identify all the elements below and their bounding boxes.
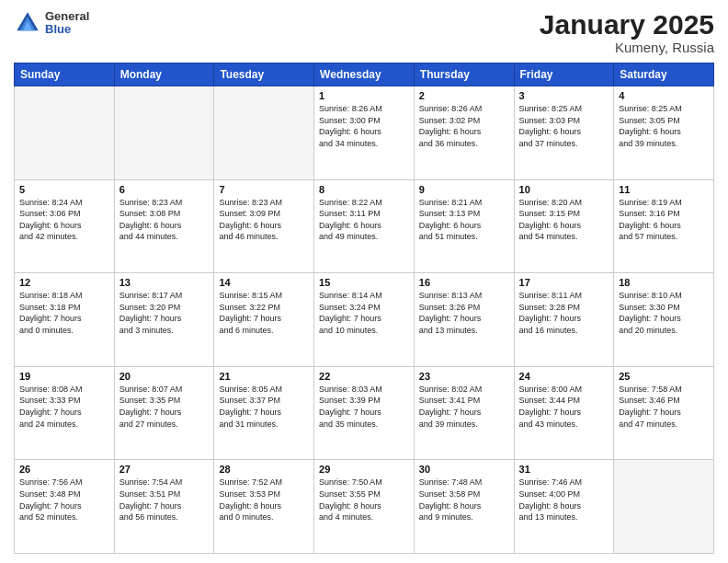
day-info: Sunrise: 8:02 AMSunset: 3:41 PMDaylight:… bbox=[419, 384, 509, 430]
calendar-cell: 18Sunrise: 8:10 AMSunset: 3:30 PMDayligh… bbox=[614, 273, 714, 367]
calendar-header-row: SundayMondayTuesdayWednesdayThursdayFrid… bbox=[15, 63, 714, 86]
day-info: Sunrise: 7:52 AMSunset: 3:53 PMDaylight:… bbox=[219, 477, 309, 523]
day-number: 12 bbox=[19, 277, 109, 288]
day-info: Sunrise: 8:14 AMSunset: 3:24 PMDaylight:… bbox=[319, 290, 409, 336]
logo-text: General Blue bbox=[45, 10, 89, 37]
calendar-cell: 30Sunrise: 7:48 AMSunset: 3:58 PMDayligh… bbox=[414, 460, 514, 554]
calendar-cell: 28Sunrise: 7:52 AMSunset: 3:53 PMDayligh… bbox=[214, 460, 314, 554]
day-number: 26 bbox=[19, 464, 109, 475]
day-number: 10 bbox=[519, 184, 609, 195]
calendar-cell: 16Sunrise: 8:13 AMSunset: 3:26 PMDayligh… bbox=[414, 273, 514, 367]
calendar-cell: 8Sunrise: 8:22 AMSunset: 3:11 PMDaylight… bbox=[314, 179, 415, 273]
day-number: 8 bbox=[319, 184, 409, 195]
day-number: 6 bbox=[119, 184, 210, 195]
header: General Blue January 2025 Kumeny, Russia bbox=[14, 9, 714, 55]
day-number: 28 bbox=[219, 464, 309, 475]
calendar-cell: 1Sunrise: 8:26 AMSunset: 3:00 PMDaylight… bbox=[314, 86, 415, 180]
day-number: 14 bbox=[219, 277, 309, 288]
col-header-thursday: Thursday bbox=[414, 63, 514, 86]
col-header-wednesday: Wednesday bbox=[314, 63, 415, 86]
day-info: Sunrise: 8:11 AMSunset: 3:28 PMDaylight:… bbox=[519, 290, 609, 336]
calendar-cell: 10Sunrise: 8:20 AMSunset: 3:15 PMDayligh… bbox=[514, 179, 614, 273]
day-number: 1 bbox=[319, 90, 409, 101]
calendar-cell: 17Sunrise: 8:11 AMSunset: 3:28 PMDayligh… bbox=[514, 273, 614, 367]
page: General Blue January 2025 Kumeny, Russia… bbox=[0, 0, 728, 563]
day-number: 16 bbox=[419, 277, 509, 288]
day-info: Sunrise: 8:05 AMSunset: 3:37 PMDaylight:… bbox=[219, 384, 309, 430]
day-number: 29 bbox=[319, 464, 409, 475]
calendar-cell: 4Sunrise: 8:25 AMSunset: 3:05 PMDaylight… bbox=[614, 86, 714, 180]
day-info: Sunrise: 8:24 AMSunset: 3:06 PMDaylight:… bbox=[19, 197, 109, 243]
day-info: Sunrise: 8:08 AMSunset: 3:33 PMDaylight:… bbox=[19, 384, 109, 430]
calendar-cell: 31Sunrise: 7:46 AMSunset: 4:00 PMDayligh… bbox=[514, 460, 614, 554]
calendar-cell: 20Sunrise: 8:07 AMSunset: 3:35 PMDayligh… bbox=[114, 366, 214, 460]
calendar-week-1: 5Sunrise: 8:24 AMSunset: 3:06 PMDaylight… bbox=[15, 179, 714, 273]
day-info: Sunrise: 8:10 AMSunset: 3:30 PMDaylight:… bbox=[619, 290, 709, 336]
calendar-cell: 12Sunrise: 8:18 AMSunset: 3:18 PMDayligh… bbox=[15, 273, 115, 367]
calendar-cell: 13Sunrise: 8:17 AMSunset: 3:20 PMDayligh… bbox=[114, 273, 214, 367]
calendar-week-3: 19Sunrise: 8:08 AMSunset: 3:33 PMDayligh… bbox=[15, 366, 714, 460]
calendar-cell: 26Sunrise: 7:56 AMSunset: 3:48 PMDayligh… bbox=[15, 460, 115, 554]
day-info: Sunrise: 7:48 AMSunset: 3:58 PMDaylight:… bbox=[419, 477, 509, 523]
day-number: 27 bbox=[119, 464, 210, 475]
calendar-cell: 14Sunrise: 8:15 AMSunset: 3:22 PMDayligh… bbox=[214, 273, 314, 367]
day-number: 24 bbox=[519, 371, 609, 382]
calendar-cell: 7Sunrise: 8:23 AMSunset: 3:09 PMDaylight… bbox=[214, 179, 314, 273]
day-number: 4 bbox=[619, 90, 709, 101]
calendar-cell: 15Sunrise: 8:14 AMSunset: 3:24 PMDayligh… bbox=[314, 273, 415, 367]
day-number: 25 bbox=[619, 371, 709, 382]
calendar-cell: 29Sunrise: 7:50 AMSunset: 3:55 PMDayligh… bbox=[314, 460, 415, 554]
day-info: Sunrise: 8:19 AMSunset: 3:16 PMDaylight:… bbox=[619, 197, 709, 243]
day-info: Sunrise: 8:07 AMSunset: 3:35 PMDaylight:… bbox=[119, 384, 210, 430]
calendar-cell: 3Sunrise: 8:25 AMSunset: 3:03 PMDaylight… bbox=[514, 86, 614, 180]
col-header-monday: Monday bbox=[114, 63, 214, 86]
col-header-friday: Friday bbox=[514, 63, 614, 86]
day-number: 3 bbox=[519, 90, 609, 101]
calendar-cell: 24Sunrise: 8:00 AMSunset: 3:44 PMDayligh… bbox=[514, 366, 614, 460]
calendar-subtitle: Kumeny, Russia bbox=[540, 40, 714, 55]
day-info: Sunrise: 8:15 AMSunset: 3:22 PMDaylight:… bbox=[219, 290, 309, 336]
calendar-title: January 2025 bbox=[540, 9, 714, 40]
logo-general: General bbox=[45, 10, 89, 23]
col-header-saturday: Saturday bbox=[614, 63, 714, 86]
calendar-week-0: 1Sunrise: 8:26 AMSunset: 3:00 PMDaylight… bbox=[15, 86, 714, 180]
day-number: 23 bbox=[419, 371, 509, 382]
day-info: Sunrise: 8:23 AMSunset: 3:08 PMDaylight:… bbox=[119, 197, 210, 243]
day-info: Sunrise: 8:20 AMSunset: 3:15 PMDaylight:… bbox=[519, 197, 609, 243]
calendar-cell: 25Sunrise: 7:58 AMSunset: 3:46 PMDayligh… bbox=[614, 366, 714, 460]
day-number: 2 bbox=[419, 90, 509, 101]
col-header-sunday: Sunday bbox=[15, 63, 115, 86]
day-info: Sunrise: 8:21 AMSunset: 3:13 PMDaylight:… bbox=[419, 197, 509, 243]
day-info: Sunrise: 8:13 AMSunset: 3:26 PMDaylight:… bbox=[419, 290, 509, 336]
day-number: 22 bbox=[319, 371, 409, 382]
col-header-tuesday: Tuesday bbox=[214, 63, 314, 86]
calendar-week-4: 26Sunrise: 7:56 AMSunset: 3:48 PMDayligh… bbox=[15, 460, 714, 554]
title-block: January 2025 Kumeny, Russia bbox=[540, 9, 714, 55]
day-info: Sunrise: 7:46 AMSunset: 4:00 PMDaylight:… bbox=[519, 477, 609, 523]
day-number: 9 bbox=[419, 184, 509, 195]
day-number: 20 bbox=[119, 371, 210, 382]
day-number: 5 bbox=[19, 184, 109, 195]
day-info: Sunrise: 7:54 AMSunset: 3:51 PMDaylight:… bbox=[119, 477, 210, 523]
day-info: Sunrise: 8:00 AMSunset: 3:44 PMDaylight:… bbox=[519, 384, 609, 430]
day-info: Sunrise: 8:03 AMSunset: 3:39 PMDaylight:… bbox=[319, 384, 409, 430]
calendar-table: SundayMondayTuesdayWednesdayThursdayFrid… bbox=[14, 63, 714, 554]
day-number: 17 bbox=[519, 277, 609, 288]
day-number: 18 bbox=[619, 277, 709, 288]
calendar-cell bbox=[15, 86, 115, 180]
day-info: Sunrise: 7:56 AMSunset: 3:48 PMDaylight:… bbox=[19, 477, 109, 523]
day-number: 19 bbox=[19, 371, 109, 382]
logo: General Blue bbox=[14, 9, 89, 37]
logo-icon bbox=[14, 9, 41, 37]
day-number: 15 bbox=[319, 277, 409, 288]
calendar-cell: 27Sunrise: 7:54 AMSunset: 3:51 PMDayligh… bbox=[114, 460, 214, 554]
calendar-cell: 21Sunrise: 8:05 AMSunset: 3:37 PMDayligh… bbox=[214, 366, 314, 460]
day-info: Sunrise: 8:25 AMSunset: 3:05 PMDaylight:… bbox=[619, 103, 709, 149]
calendar-cell: 6Sunrise: 8:23 AMSunset: 3:08 PMDaylight… bbox=[114, 179, 214, 273]
calendar-cell: 9Sunrise: 8:21 AMSunset: 3:13 PMDaylight… bbox=[414, 179, 514, 273]
day-info: Sunrise: 8:26 AMSunset: 3:00 PMDaylight:… bbox=[319, 103, 409, 149]
calendar-cell: 5Sunrise: 8:24 AMSunset: 3:06 PMDaylight… bbox=[15, 179, 115, 273]
day-info: Sunrise: 7:58 AMSunset: 3:46 PMDaylight:… bbox=[619, 384, 709, 430]
day-number: 31 bbox=[519, 464, 609, 475]
day-number: 13 bbox=[119, 277, 210, 288]
